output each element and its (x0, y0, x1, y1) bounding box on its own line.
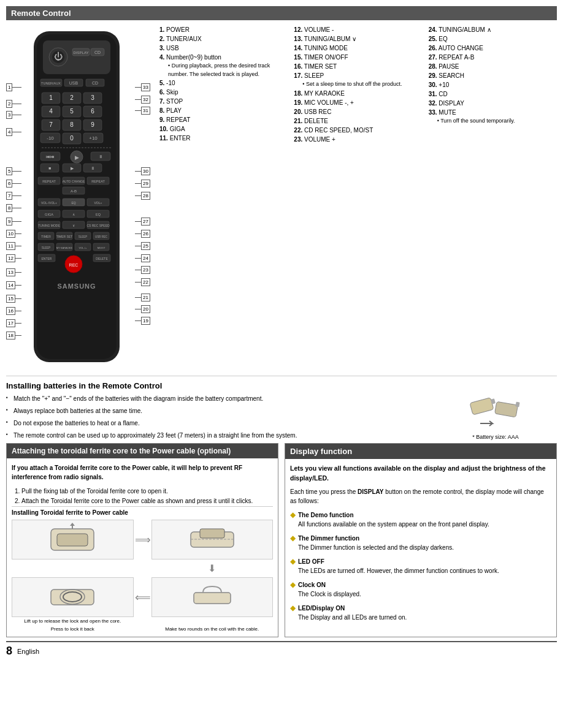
ferrite-step-2: Attach the Toroidal ferrite core to the … (21, 496, 273, 506)
label-31: 31 (135, 107, 153, 115)
item-3: 3. USB (159, 44, 288, 53)
dimmer-content: The Dimmer function The Dimmer function … (298, 534, 454, 552)
item-29: 29. SEARCH (429, 71, 557, 80)
item-20: 20. USB REC (294, 107, 422, 116)
ferrite-title: Attaching the toroidal ferrite core to t… (7, 444, 278, 458)
svg-text:■: ■ (48, 166, 51, 170)
batteries-title: Installing batteries in the Remote Contr… (6, 381, 557, 390)
dimmer-desc: The Dimmer function is selected and the … (298, 543, 454, 552)
svg-text:CD: CD (92, 81, 98, 85)
diamond-icon-5: ◆ (290, 604, 296, 622)
svg-marker-109 (70, 523, 75, 526)
item-22: 22. CD REC SPEED, MO/ST (294, 126, 422, 135)
svg-text:5: 5 (70, 108, 74, 115)
svg-rect-105 (515, 402, 519, 408)
ferrite-img-3 (12, 577, 134, 617)
caption-1: Lift up to release the lock and open the… (12, 618, 134, 624)
bottom-sections: Attaching the toroidal ferrite core to t… (6, 443, 557, 637)
svg-rect-112 (200, 529, 224, 538)
svg-text:SLEEP: SLEEP (79, 235, 88, 238)
svg-text:2: 2 (70, 94, 74, 101)
svg-text:REPEAT: REPEAT (91, 180, 105, 183)
svg-text:CS REC SPEED: CS REC SPEED (86, 224, 110, 227)
svg-text:EQ: EQ (71, 201, 75, 205)
label-24: 24 (135, 254, 153, 262)
svg-text:REPEAT: REPEAT (42, 180, 56, 183)
remote-col-3: 24. TUNING/ALBUM ∧ 25. EQ 26. AUTO CHANG… (429, 25, 557, 368)
svg-text:SAMSUNG: SAMSUNG (57, 282, 96, 290)
label-19: 19 (135, 317, 153, 325)
label-20: 20 (135, 305, 153, 313)
svg-text:ENTER: ENTER (42, 257, 52, 260)
svg-text:⏸: ⏸ (99, 154, 103, 159)
svg-text:▶: ▶ (75, 154, 79, 161)
led-off-content: LED OFF The LEDs are turned off. However… (298, 557, 499, 575)
remote-image-container: 1 2 3 4 5 6 7 8 9 10 11 12 13 14 15 16 1… (6, 25, 153, 368)
remote-control-header: Remote Control (6, 6, 557, 20)
led-off-desc: The LEDs are turned off. However, the di… (298, 566, 499, 575)
label-3: 3 (6, 111, 21, 119)
item-27: 27. REPEAT A-B (429, 53, 557, 62)
svg-text:4: 4 (49, 108, 53, 115)
label-4: 4 (6, 128, 21, 136)
page-footer: 8 English (6, 641, 557, 658)
svg-text:DELETE: DELETE (96, 257, 108, 260)
demo-content: The Demo function All functions availabl… (298, 510, 489, 529)
label-5: 5 (6, 167, 21, 175)
ferrite-img-2 (151, 520, 274, 559)
svg-text:A-B: A-B (71, 189, 77, 193)
label-22: 22 (135, 278, 153, 286)
item-8: 8. PLAY (159, 106, 288, 115)
batteries-list: Match the "+" and "−" ends of the batter… (6, 394, 422, 441)
item-21: 21. DELETE (294, 116, 422, 126)
remote-svg: ⏻ DISPLAY CD TUNER/AUX USB CD 1 2 (25, 25, 129, 368)
label-23: 23 (135, 266, 153, 274)
remote-button-list: 1. POWER 2. TUNER/AUX 3. USB 4. Number(0… (159, 25, 557, 368)
item-10: 10. GIGA (159, 124, 288, 134)
svg-text:7: 7 (49, 121, 53, 128)
label-18: 18 (6, 332, 21, 339)
item-15: 15. TIMER ON/OFF (294, 53, 422, 62)
display-items-list: ◆ The Demo function All functions availa… (290, 510, 551, 622)
label-32: 32 (135, 96, 153, 104)
label-6: 6 (6, 180, 21, 188)
label-11: 11 (6, 242, 21, 250)
ferrite-svg-4 (188, 580, 237, 614)
ferrite-svg-1 (48, 523, 97, 556)
demo-desc: All functions available on the system ap… (298, 520, 489, 529)
svg-text:EQ: EQ (96, 213, 101, 216)
label-7: 7 (6, 192, 21, 200)
item-23: 23. VOLUME + (294, 135, 422, 144)
display-item-led-display-on: ◆ LED/Display ON The Display and all LED… (290, 604, 551, 622)
item-26: 26. AUTO CHANGE (429, 44, 557, 53)
label-29: 29 (135, 180, 153, 188)
svg-text:USB REC: USB REC (95, 235, 108, 238)
svg-text:TIMER: TIMER (41, 235, 51, 238)
svg-text:-10: -10 (47, 135, 54, 141)
ferrite-captions: Lift up to release the lock and open the… (12, 618, 273, 632)
batteries-svg (468, 394, 523, 431)
batteries-section: Installing batteries in the Remote Contr… (6, 376, 557, 443)
svg-rect-116 (194, 593, 231, 604)
label-2: 2 (6, 100, 21, 108)
svg-text:DISPLAY: DISPLAY (74, 51, 89, 55)
svg-text:USB: USB (69, 81, 79, 85)
svg-text:∧: ∧ (72, 213, 75, 216)
item-18: 18. MY KARAOKE (294, 89, 422, 98)
ferrite-section: Attaching the toroidal ferrite core to t… (6, 443, 278, 637)
svg-text:8: 8 (70, 121, 74, 128)
item-6: 6. Skip (159, 88, 288, 97)
item-24: 24. TUNING/ALBUM ∧ (429, 25, 557, 34)
item-33-sub: • Turn off the sound temporarily. (429, 117, 557, 126)
dimmer-title: The Dimmer function (298, 534, 454, 543)
svg-text:TUNER/AUX: TUNER/AUX (41, 82, 61, 85)
ferrite-svg-3 (48, 580, 97, 614)
svg-text:TUNING MODE: TUNING MODE (38, 224, 60, 227)
item-16: 16. TIMER SET (294, 62, 422, 71)
ferrite-img-title: Installing Toroidal ferrite to Power cab… (12, 506, 273, 516)
item-2: 2. TUNER/AUX (159, 34, 288, 44)
item-30: 30. +10 (429, 80, 557, 89)
svg-rect-104 (495, 401, 518, 417)
svg-text:⏮⏭: ⏮⏭ (46, 154, 55, 159)
item-17: 17. SLEEP (294, 71, 422, 80)
